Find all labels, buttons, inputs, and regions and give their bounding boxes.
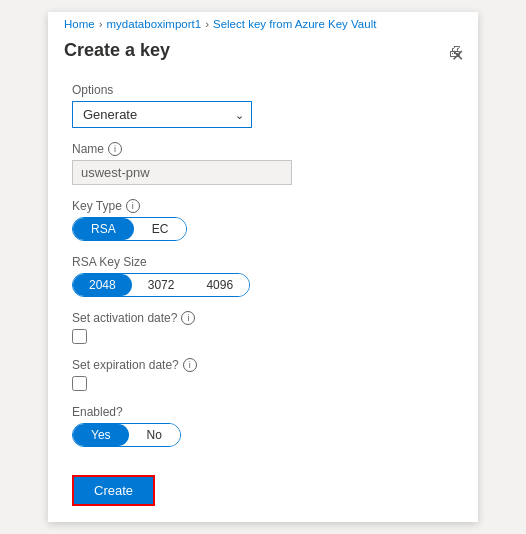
page-title: Create a key: [64, 40, 437, 61]
enabled-toggle: Yes No: [72, 423, 181, 447]
rsa-key-size-toggle: 2048 3072 4096: [72, 273, 250, 297]
expiration-date-label: Set expiration date? i: [72, 358, 454, 372]
breadcrumb-import[interactable]: mydataboximport1: [107, 18, 202, 30]
rsa-size-2048-button[interactable]: 2048: [73, 274, 132, 296]
key-type-field: Key Type i RSA EC: [72, 199, 454, 241]
form-content: Options Generate Import Restore Backup ⌄…: [48, 69, 478, 463]
rsa-size-3072-button[interactable]: 3072: [132, 274, 191, 296]
enabled-label: Enabled?: [72, 405, 454, 419]
name-label: Name i: [72, 142, 454, 156]
breadcrumb-home[interactable]: Home: [64, 18, 95, 30]
create-key-panel: Home › mydataboximport1 › Select key fro…: [48, 12, 478, 522]
rsa-size-4096-button[interactable]: 4096: [190, 274, 249, 296]
key-type-ec-button[interactable]: EC: [134, 218, 187, 240]
breadcrumb: Home › mydataboximport1 › Select key fro…: [48, 12, 478, 30]
key-type-rsa-button[interactable]: RSA: [73, 218, 134, 240]
breadcrumb-current: Select key from Azure Key Vault: [213, 18, 376, 30]
name-info-icon: i: [108, 142, 122, 156]
breadcrumb-sep-2: ›: [205, 18, 209, 30]
expiration-checkbox-row: [72, 376, 454, 391]
options-label: Options: [72, 83, 454, 97]
name-field: Name i: [72, 142, 454, 185]
expiration-checkbox[interactable]: [72, 376, 87, 391]
close-button[interactable]: ✕: [451, 48, 464, 64]
key-type-toggle: RSA EC: [72, 217, 187, 241]
key-type-label: Key Type i: [72, 199, 454, 213]
rsa-key-size-label: RSA Key Size: [72, 255, 454, 269]
enabled-yes-button[interactable]: Yes: [73, 424, 129, 446]
activation-checkbox-row: [72, 329, 454, 344]
name-input[interactable]: [72, 160, 292, 185]
activation-checkbox[interactable]: [72, 329, 87, 344]
enabled-field: Enabled? Yes No: [72, 405, 454, 447]
options-select[interactable]: Generate Import Restore Backup: [72, 101, 252, 128]
expiration-date-field: Set expiration date? i: [72, 358, 454, 391]
options-field: Options Generate Import Restore Backup ⌄: [72, 83, 454, 128]
options-select-wrapper: Generate Import Restore Backup ⌄: [72, 101, 252, 128]
enabled-no-button[interactable]: No: [129, 424, 180, 446]
activation-date-label: Set activation date? i: [72, 311, 454, 325]
activation-info-icon: i: [181, 311, 195, 325]
expiration-info-icon: i: [183, 358, 197, 372]
breadcrumb-sep-1: ›: [99, 18, 103, 30]
key-type-info-icon: i: [126, 199, 140, 213]
panel-footer: Create: [48, 463, 478, 522]
rsa-key-size-field: RSA Key Size 2048 3072 4096: [72, 255, 454, 297]
create-button[interactable]: Create: [72, 475, 155, 506]
activation-date-field: Set activation date? i: [72, 311, 454, 344]
panel-header: Create a key 🖨: [48, 30, 478, 69]
